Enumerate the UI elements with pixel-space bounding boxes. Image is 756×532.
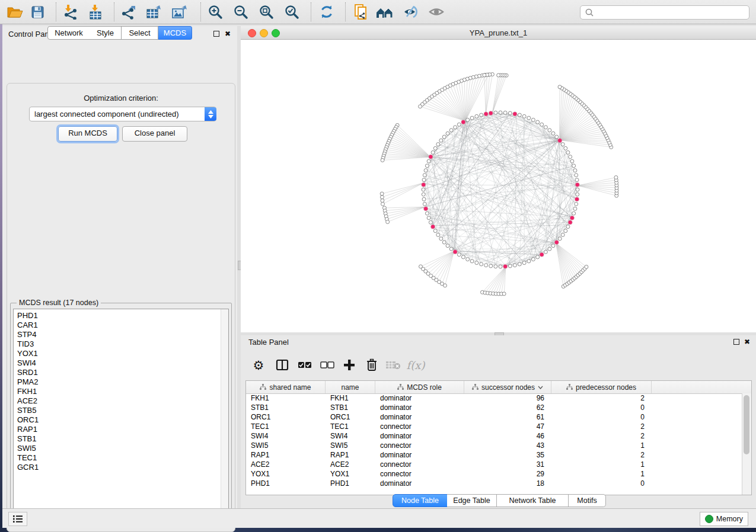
run-mcds-button[interactable]: Run MCDS: [58, 126, 117, 142]
cell-successor_nodes: 35: [464, 450, 544, 460]
mcds-result-item[interactable]: ORC1: [17, 415, 228, 425]
mcds-result-item[interactable]: TID3: [17, 339, 228, 349]
mcds-list-scrollbar[interactable]: [221, 309, 228, 521]
dominator-node[interactable]: [461, 120, 465, 124]
home-networks-button[interactable]: [375, 3, 395, 21]
table-panel-float-button[interactable]: [733, 338, 740, 345]
split-panel-button[interactable]: [273, 357, 291, 373]
table-row[interactable]: YOX1YOX1connector291: [246, 469, 742, 479]
column-header-successor-nodes[interactable]: successor nodes: [464, 381, 551, 393]
zoom-selected-button[interactable]: [282, 3, 302, 21]
table-row[interactable]: STB1STB1dominator620: [246, 403, 742, 412]
mcds-result-item[interactable]: SWI4: [17, 358, 228, 368]
open-file-button[interactable]: [5, 3, 25, 21]
network-window-title: YPA_prune.txt_1: [241, 28, 756, 37]
dominator-node[interactable]: [558, 139, 562, 143]
select-all-button[interactable]: [296, 357, 314, 373]
dominator-node[interactable]: [513, 112, 517, 116]
tab-network[interactable]: Network: [47, 26, 90, 40]
mcds-result-item[interactable]: ACE2: [17, 396, 228, 406]
column-header-MCDS-role[interactable]: MCDS role: [375, 381, 464, 393]
mcds-result-item[interactable]: TEC1: [17, 453, 228, 463]
table-row[interactable]: PHD1PHD1dominator180: [246, 479, 742, 488]
table-row[interactable]: ACE2ACE2connector311: [246, 460, 742, 469]
column-header-predecessor-nodes[interactable]: predecessor nodes: [551, 381, 652, 393]
dominator-node[interactable]: [422, 182, 426, 187]
mcds-result-item[interactable]: STB5: [17, 406, 228, 415]
zoom-out-button[interactable]: [231, 3, 251, 21]
export-table-button[interactable]: [143, 3, 164, 21]
table-row[interactable]: SWI4SWI4dominator462: [246, 431, 742, 441]
save-session-button[interactable]: [27, 3, 47, 21]
mcds-result-item[interactable]: SRD1: [17, 368, 228, 377]
dominator-node[interactable]: [484, 112, 488, 116]
table-row[interactable]: FKH1FKH1dominator962: [246, 393, 742, 403]
scrollbar-thumb[interactable]: [744, 395, 749, 454]
dominator-node[interactable]: [489, 111, 493, 115]
mcds-result-item[interactable]: CAR1: [17, 321, 228, 330]
search-box[interactable]: [580, 5, 749, 20]
tab-mcds[interactable]: MCDS: [158, 26, 192, 40]
dominator-node[interactable]: [575, 197, 579, 201]
tab-node-table[interactable]: Node Table: [393, 494, 448, 507]
mcds-result-item[interactable]: SWI5: [17, 444, 228, 453]
mcds-result-item[interactable]: STP4: [17, 330, 228, 339]
mcds-result-item[interactable]: STB1: [17, 434, 228, 444]
fit-content-button[interactable]: [256, 3, 276, 21]
dominator-node[interactable]: [429, 155, 433, 159]
mcds-result-item[interactable]: RAP1: [17, 425, 228, 434]
optimization-criterion-select[interactable]: largest connected component (undirected): [29, 107, 216, 121]
column-header-shared-name[interactable]: shared name: [246, 381, 326, 393]
mcds-result-item[interactable]: FKH1: [17, 387, 228, 396]
dominator-node[interactable]: [503, 264, 508, 268]
tab-edge-table[interactable]: Edge Table: [447, 494, 497, 507]
memory-button[interactable]: Memory: [700, 512, 748, 526]
close-panel-button[interactable]: Close panel: [122, 126, 187, 142]
import-network-button[interactable]: [60, 3, 81, 21]
task-history-button[interactable]: [8, 512, 27, 526]
column-header-name[interactable]: name: [326, 381, 375, 393]
table-scrollbar[interactable]: [742, 393, 751, 495]
dominator-node[interactable]: [554, 240, 559, 244]
table-row[interactable]: ORC1ORC1dominator610: [246, 412, 742, 422]
export-image-button[interactable]: [169, 3, 189, 21]
table-row[interactable]: RAP1RAP1dominator352: [246, 450, 742, 460]
dominator-node[interactable]: [575, 182, 579, 187]
tab-network-table[interactable]: Network Table: [497, 494, 569, 507]
import-table-button[interactable]: [85, 3, 106, 21]
table-panel-close-button[interactable]: ✖: [744, 338, 751, 345]
dominator-node[interactable]: [430, 225, 435, 229]
mcds-result-item[interactable]: YOX1: [17, 349, 228, 358]
dominator-node[interactable]: [423, 207, 428, 211]
table-row[interactable]: TEC1TEC1connector472: [246, 422, 742, 431]
tab-select[interactable]: Select: [122, 26, 158, 40]
add-column-button[interactable]: [340, 357, 358, 373]
delete-table-button[interactable]: [384, 357, 402, 373]
share-document-button[interactable]: [351, 3, 371, 21]
mcds-result-item[interactable]: GCR1: [17, 463, 228, 472]
dominator-node[interactable]: [453, 250, 457, 254]
hide-graphics-details-button[interactable]: [401, 3, 421, 21]
search-input[interactable]: [596, 8, 749, 17]
function-builder-button[interactable]: f(x): [407, 357, 425, 373]
dominator-node[interactable]: [540, 252, 544, 257]
mcds-result-item[interactable]: PMA2: [17, 377, 228, 387]
control-panel-close-button[interactable]: ✖: [224, 30, 231, 37]
control-panel-float-button[interactable]: [213, 30, 220, 37]
mcds-result-item[interactable]: PHD1: [17, 311, 228, 321]
network-graph-canvas[interactable]: [241, 40, 756, 332]
dominator-node[interactable]: [570, 216, 574, 220]
tab-motifs[interactable]: Motifs: [569, 494, 606, 507]
network-window-titlebar[interactable]: YPA_prune.txt_1: [241, 26, 756, 40]
delete-column-button[interactable]: [363, 357, 381, 373]
tab-style[interactable]: Style: [90, 26, 122, 40]
table-row[interactable]: SWI5SWI5connector431: [246, 441, 742, 450]
zoom-in-button[interactable]: [205, 3, 225, 21]
table-settings-button[interactable]: ⚙: [250, 357, 267, 373]
mcds-result-list[interactable]: PHD1CAR1STP4TID3YOX1SWI4SRD1PMA2FKH1ACE2…: [13, 309, 229, 521]
export-network-button[interactable]: [119, 3, 139, 21]
refresh-layout-button[interactable]: [317, 3, 337, 21]
deselect-all-button[interactable]: [318, 357, 336, 373]
show-graphics-details-button[interactable]: [426, 3, 446, 21]
dominator-node[interactable]: [568, 220, 572, 225]
